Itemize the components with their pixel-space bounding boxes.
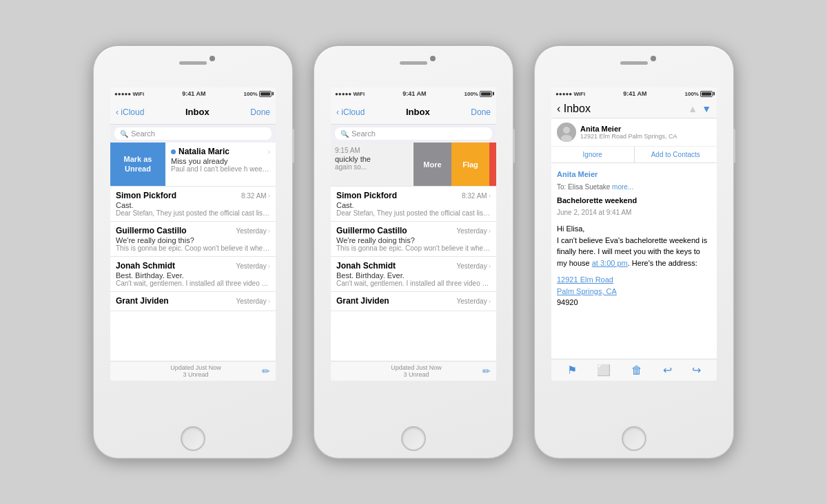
compose-icon-1[interactable]: ✏ [262, 366, 270, 377]
mail-list-1: Mark asUnread Natalia Maric › Miss you a… [110, 143, 276, 361]
email-text: Hi Elisa, I can't believe Eva's bachelor… [557, 223, 711, 269]
nav-back-1[interactable]: ‹ iCloud [116, 107, 144, 117]
screen-2: ●●●●● WiFi 9:41 AM 100% ‹ iCloud Inbox D… [331, 87, 496, 381]
svg-point-1 [563, 127, 570, 134]
email-from: Anita Meier [557, 169, 711, 180]
home-button-2[interactable] [401, 426, 426, 451]
nav-bar-2: ‹ iCloud Inbox Done [331, 100, 496, 125]
mail-time-2-3: Yesterday › [457, 227, 491, 235]
nav-back-3[interactable]: ‹ Inbox [557, 103, 591, 115]
search-bar-2: 🔍 Search [331, 125, 496, 143]
trash-toolbar-icon[interactable]: 🗑 [631, 364, 642, 377]
home-button-3[interactable] [622, 426, 646, 451]
home-button-1[interactable] [181, 426, 205, 451]
done-button-1[interactable]: Done [250, 107, 270, 117]
mail-item-content-1-1: Natalia Maric › Miss you already Paul an… [165, 143, 276, 186]
mail-preview-1-4: Can't wait, gentlemen. I installed all t… [116, 280, 270, 287]
email-toolbar: ⚑ ⬜ 🗑 ↩ ↪ [551, 359, 717, 381]
search-icon-2: 🔍 [340, 130, 349, 138]
phone-camera-3 [651, 56, 656, 61]
signal-1: ●●●●● WiFi [114, 91, 144, 97]
phone-speaker-1 [179, 61, 207, 65]
phone-camera-2 [430, 56, 436, 61]
nav-title-1: Inbox [185, 107, 210, 117]
mail-list-2: 9:15 AM quickly the again so... More Fla… [331, 143, 496, 361]
mail-item-1-3[interactable]: Guillermo Castillo Yesterday › We're rea… [110, 222, 276, 257]
prev-email-btn[interactable]: ▲ [688, 103, 697, 114]
email-date-line: June 2, 2014 at 9:41 AM [557, 207, 711, 218]
battery-icon-2 [480, 91, 492, 97]
zip-code: 94920 [557, 298, 578, 306]
mail-item-1-2[interactable]: Simon Pickford 8:32 AM › Cast. Dear Stef… [110, 187, 276, 222]
mail-item-content-1-4: Jonah Schmidt Yesterday › Best. Birthday… [110, 257, 276, 291]
mail-item-2-3[interactable]: Guillermo Castillo Yesterday › We're rea… [331, 222, 496, 257]
mail-preview-1-3: This is gonna be epic. Coop won't believ… [116, 244, 270, 252]
phone-2: ●●●●● WiFi 9:41 AM 100% ‹ iCloud Inbox D… [314, 45, 513, 459]
mail-time-2-2: 8:32 AM › [462, 192, 491, 200]
mail-item-content-1-2: Simon Pickford 8:32 AM › Cast. Dear Stef… [110, 187, 276, 221]
mail-time-1-2: 8:32 AM › [241, 192, 270, 200]
phones-container: ●●●●● WiFi 9:41 AM 100% ‹ iCloud Inbox D… [93, 45, 734, 459]
phone-speaker-2 [400, 61, 427, 65]
compose-icon-2[interactable]: ✏ [482, 366, 491, 377]
forward-toolbar-icon[interactable]: ↪ [692, 364, 701, 377]
updated-text-1: Updated Just Now [130, 364, 262, 371]
address-line-2[interactable]: Palm Springs, CA [557, 286, 711, 297]
side-button-1 [292, 129, 294, 163]
search-placeholder-1: Search [131, 129, 155, 138]
search-icon-1: 🔍 [120, 130, 128, 138]
sender-name-detail: Anita Meier [580, 125, 677, 133]
mail-item-2-1[interactable]: 9:15 AM quickly the again so... More Fla… [331, 143, 496, 187]
updated-text-2: Updated Just Now [350, 364, 482, 371]
address-line-1[interactable]: 12921 Elm Road [557, 274, 711, 286]
mail-item-1-4[interactable]: Jonah Schmidt Yesterday › Best. Birthday… [110, 257, 276, 292]
email-subject-line: Bachelorette weekend [557, 195, 711, 207]
mail-subject-1-4: Best. Birthday. Ever. [116, 271, 270, 280]
swipe-flag-btn[interactable]: Flag [451, 143, 489, 186]
mail-item-1-5[interactable]: Grant Jividen Yesterday › [110, 292, 276, 311]
mail-footer-2: Updated Just Now 3 Unread ✏ [331, 361, 496, 381]
mark-unread-panel[interactable]: Mark asUnread [110, 143, 165, 186]
mail-item-content-2-4: Jonah Schmidt Yesterday › Best. Birthday… [331, 257, 496, 291]
screen-3: ●●●●● WiFi 9:41 AM 100% ‹ Inbox ▲ ▼ [551, 87, 717, 381]
mail-item-2-4[interactable]: Jonah Schmidt Yesterday › Best. Birthday… [331, 257, 496, 292]
reply-toolbar-icon[interactable]: ↩ [663, 364, 672, 377]
nav-bar-1: ‹ iCloud Inbox Done [110, 100, 276, 125]
mail-item-2-2[interactable]: Simon Pickford 8:32 AM › Cast. Dear Stef… [331, 187, 496, 222]
time-link[interactable]: at 3:00 pm [592, 259, 628, 267]
battery-fill-1 [261, 92, 270, 96]
ignore-button[interactable]: Ignore [551, 147, 635, 162]
contact-actions: Ignore Add to Contacts [551, 147, 717, 163]
mail-preview-1-2: Dear Stefan, They just posted the offici… [116, 209, 270, 217]
battery-icon-1 [259, 91, 272, 97]
mail-subject-1-2: Cast. [116, 201, 270, 209]
email-to-line: To: Elisa Suetake more... [557, 182, 711, 192]
svg-point-2 [561, 135, 572, 142]
folder-toolbar-icon[interactable]: ⬜ [597, 364, 611, 377]
nav-back-2[interactable]: ‹ iCloud [336, 107, 365, 117]
email-to-more[interactable]: more... [612, 183, 633, 191]
mail-sender-1-2: Simon Pickford [116, 191, 176, 200]
mail-item-2-5[interactable]: Grant Jividen Yesterday › [331, 292, 496, 311]
signal-3: ●●●●● WiFi [555, 91, 585, 97]
email-body: Anita Meier To: Elisa Suetake more... Ba… [551, 163, 717, 359]
add-contact-button[interactable]: Add to Contacts [635, 147, 717, 162]
done-button-2[interactable]: Done [471, 107, 491, 117]
next-email-btn[interactable]: ▼ [702, 103, 711, 114]
swipe-trash-btn[interactable]: Trash [489, 143, 496, 186]
unread-dot-1-1 [171, 149, 176, 154]
mail-subject-2-3: We're really doing this? [336, 236, 491, 244]
phone-speaker-3 [620, 61, 648, 65]
mail-sender-1-3: Guillermo Castillo [116, 226, 187, 235]
search-input-2[interactable]: 🔍 Search [335, 127, 492, 140]
status-bar-3: ●●●●● WiFi 9:41 AM 100% [551, 87, 717, 100]
footer-status-2: Updated Just Now 3 Unread [350, 364, 482, 378]
search-input-1[interactable]: 🔍 Search [114, 127, 272, 140]
signal-2: ●●●●● WiFi [335, 91, 365, 97]
unread-count-1: 3 Unread [130, 371, 262, 378]
time-1: 9:41 AM [182, 90, 205, 97]
flag-toolbar-icon[interactable]: ⚑ [567, 364, 577, 377]
mail-item-1-1[interactable]: Mark asUnread Natalia Maric › Miss you a… [110, 143, 276, 187]
swipe-more-btn[interactable]: More [414, 143, 451, 186]
mail-time-1-5: Yesterday › [236, 297, 270, 305]
